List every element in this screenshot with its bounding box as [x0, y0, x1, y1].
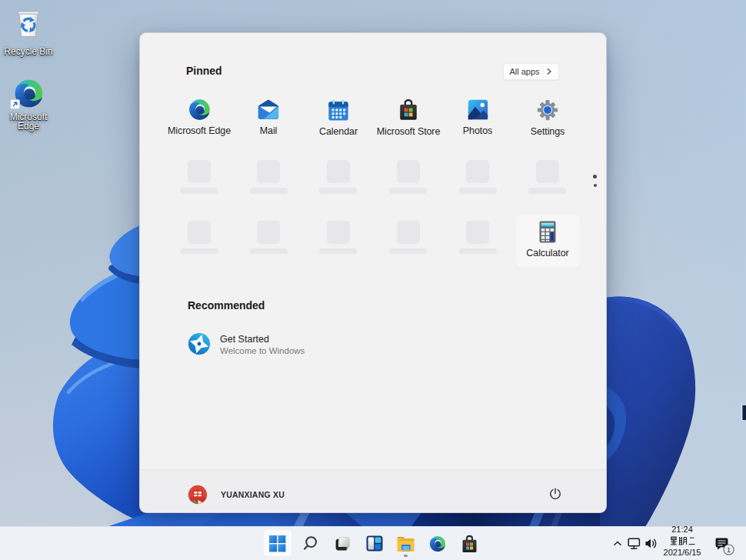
svg-text:1: 1	[727, 546, 731, 554]
